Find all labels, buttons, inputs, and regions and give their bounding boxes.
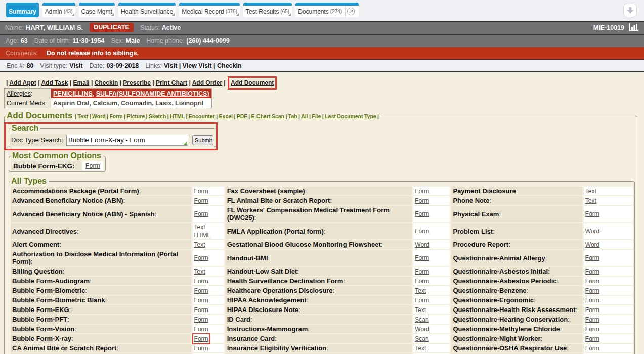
bar-chart-icon[interactable] bbox=[628, 23, 639, 32]
doc-create-link[interactable]: Text bbox=[585, 197, 596, 204]
doc-link-file[interactable]: File bbox=[312, 113, 321, 119]
action-add-appt[interactable]: Add Appt bbox=[9, 79, 36, 86]
tab-dropdown-corner-icon[interactable] bbox=[111, 13, 114, 16]
doc-create-link[interactable]: Form bbox=[585, 278, 599, 285]
doc-create-link[interactable]: Word bbox=[585, 228, 599, 235]
doc-create-link[interactable]: Text bbox=[194, 224, 205, 231]
action-add-order[interactable]: Add Order bbox=[192, 79, 222, 86]
doc-create-link[interactable]: Form bbox=[415, 188, 429, 195]
current-meds-link[interactable]: Current Meds bbox=[7, 100, 45, 107]
doc-create-link[interactable]: Form bbox=[415, 297, 429, 304]
doc-create-link[interactable]: Text bbox=[415, 287, 426, 294]
doc-create-link[interactable]: Form bbox=[585, 210, 599, 217]
doc-create-link[interactable]: Form bbox=[415, 228, 429, 235]
doc-create-link[interactable]: Form bbox=[194, 345, 208, 352]
enc-link-view-visit[interactable]: View Visit bbox=[183, 62, 212, 69]
doc-create-link[interactable]: Form bbox=[194, 316, 208, 323]
tab-documents[interactable]: Documents(274) bbox=[295, 3, 359, 17]
doc-create-link[interactable]: Text bbox=[585, 188, 596, 195]
doc-create-link[interactable]: Form bbox=[194, 306, 208, 314]
doc-link-html[interactable]: HTML bbox=[170, 113, 185, 119]
enc-link-visit[interactable]: Visit bbox=[164, 62, 177, 69]
doc-create-link[interactable]: Word bbox=[585, 241, 599, 248]
doc-create-link[interactable]: Word bbox=[415, 241, 429, 248]
doc-create-link[interactable]: Scan bbox=[415, 335, 428, 342]
download-button[interactable] bbox=[623, 4, 637, 17]
doc-link-pdf[interactable]: PDF bbox=[237, 113, 247, 119]
doc-link-picture[interactable]: Picture bbox=[126, 113, 145, 119]
doc-create-link[interactable]: Form bbox=[194, 210, 208, 217]
doc-create-link[interactable]: Form bbox=[585, 345, 599, 352]
options-link[interactable]: Options bbox=[71, 151, 101, 160]
doc-create-link[interactable]: Form bbox=[194, 188, 208, 195]
doc-link-sketch[interactable]: Sketch bbox=[149, 113, 166, 119]
allergy-item[interactable]: PENICILLINS bbox=[53, 90, 93, 97]
doc-link-tab[interactable]: Tab bbox=[288, 113, 297, 119]
doc-create-link[interactable]: Form bbox=[415, 254, 429, 261]
doc-create-link[interactable]: Text bbox=[194, 241, 205, 248]
doc-link-e-chart-scan[interactable]: E-Chart Scan bbox=[251, 113, 284, 119]
doc-create-link[interactable]: Form bbox=[194, 287, 208, 294]
doc-create-link[interactable]: Form bbox=[415, 197, 429, 204]
tab-test-results[interactable]: Test Results(65) bbox=[243, 3, 292, 17]
doc-link-excel[interactable]: Excel bbox=[219, 113, 233, 119]
action-add-task[interactable]: Add Task bbox=[41, 79, 68, 86]
med-item[interactable]: Coumadin bbox=[121, 100, 152, 107]
doc-link-form[interactable]: Form bbox=[109, 113, 122, 119]
doc-create-link[interactable]: Text bbox=[415, 345, 426, 352]
tab-case-mgmt[interactable]: Case Mgmt bbox=[79, 3, 115, 17]
doc-create-link[interactable]: Form bbox=[585, 316, 599, 323]
doc-create-link[interactable]: Form bbox=[585, 268, 599, 275]
doc-create-link[interactable]: Scan bbox=[415, 316, 428, 323]
duplicate-badge[interactable]: DUPLICATE bbox=[90, 23, 134, 32]
submit-button[interactable]: Submit bbox=[192, 135, 213, 145]
action-prescribe[interactable]: Prescribe bbox=[123, 79, 151, 86]
doc-link-text[interactable]: Text bbox=[77, 113, 88, 119]
doc-link-last-document-type[interactable]: Last Document Type bbox=[325, 113, 376, 119]
doc-link-all[interactable]: All bbox=[301, 113, 308, 119]
med-item[interactable]: Calcium bbox=[93, 100, 118, 107]
allergies-link[interactable]: Allergies bbox=[7, 90, 31, 97]
doc-create-link[interactable]: Form bbox=[585, 254, 599, 261]
tab-medical-record[interactable]: Medical Record(376) bbox=[179, 3, 240, 17]
doc-create-link[interactable]: Form bbox=[194, 335, 208, 342]
doc-create-link[interactable]: Form bbox=[585, 287, 599, 294]
action-checkin[interactable]: Checkin bbox=[95, 79, 118, 86]
open-external-icon[interactable] bbox=[346, 7, 356, 16]
med-item[interactable]: Aspirin Oral bbox=[53, 100, 90, 107]
doc-create-link[interactable]: Word bbox=[415, 326, 429, 333]
med-item[interactable]: Lisinopril bbox=[175, 100, 203, 107]
action-print-chart[interactable]: Print Chart bbox=[156, 79, 187, 86]
doc-create-link[interactable]: Form bbox=[194, 326, 208, 333]
doc-create-link[interactable]: HTML bbox=[194, 232, 211, 239]
doc-create-link[interactable]: Form bbox=[194, 297, 208, 304]
action-email[interactable]: Email bbox=[73, 79, 90, 86]
doc-create-link[interactable]: Form bbox=[585, 335, 599, 342]
tab-admin[interactable]: Admin(43) bbox=[42, 3, 75, 17]
doc-create-link[interactable]: Form bbox=[194, 278, 208, 285]
doc-create-link[interactable]: Form bbox=[415, 268, 429, 275]
doc-create-link[interactable]: Form bbox=[585, 306, 599, 314]
tab-dropdown-corner-icon[interactable] bbox=[171, 13, 175, 16]
doc-link-encounter[interactable]: Encounter bbox=[189, 113, 215, 119]
doc-type-search-input[interactable] bbox=[66, 135, 188, 146]
doc-create-link[interactable]: Form bbox=[585, 297, 599, 304]
action-add-document[interactable]: Add Document bbox=[231, 79, 274, 86]
med-item[interactable]: Lasix bbox=[155, 100, 171, 107]
doc-create-link[interactable]: Text bbox=[415, 306, 426, 314]
enc-link-checkin[interactable]: Checkin bbox=[217, 62, 242, 69]
tab-dropdown-corner-icon[interactable] bbox=[71, 13, 74, 16]
doc-create-link[interactable]: Form bbox=[585, 326, 599, 333]
tab-summary[interactable]: Summary bbox=[6, 3, 39, 17]
allergy-item[interactable]: SULFA(SULFONAMIDE ANTIBIOTICS) bbox=[96, 90, 209, 97]
doc-create-link[interactable]: Text bbox=[194, 268, 205, 275]
doc-link-word[interactable]: Word bbox=[92, 113, 106, 119]
doc-create-link[interactable]: Form bbox=[194, 197, 208, 204]
doc-create-link[interactable]: Form bbox=[415, 278, 429, 285]
tab-dropdown-corner-icon[interactable] bbox=[288, 13, 291, 16]
doc-create-link[interactable]: Form bbox=[85, 162, 100, 169]
tab-dropdown-corner-icon[interactable] bbox=[236, 13, 239, 16]
tab-health-surveillance[interactable]: Health Surveillance bbox=[118, 3, 176, 17]
doc-create-link[interactable]: Form bbox=[415, 210, 429, 217]
doc-create-link[interactable]: Form bbox=[194, 254, 208, 261]
